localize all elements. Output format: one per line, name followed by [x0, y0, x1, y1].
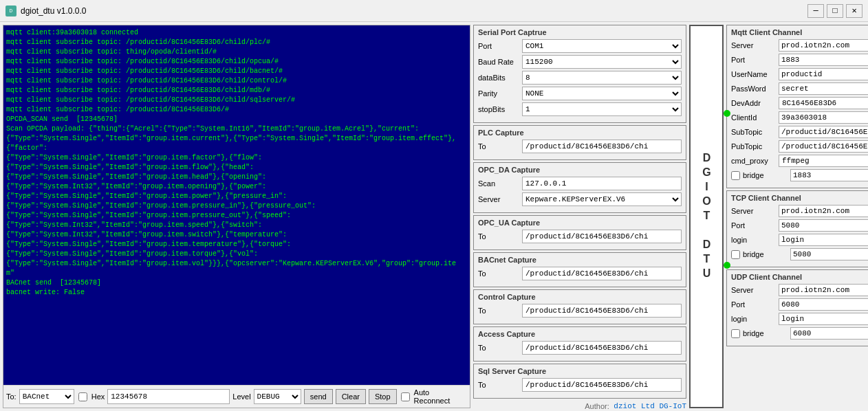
- mqtt-clientid-label: ClientId: [731, 113, 776, 122]
- plc-to-label: To: [478, 142, 519, 151]
- udp-login-row: login: [731, 313, 868, 325]
- title-bar-left: D dgiot_dtu v1.0.0.0: [6, 5, 86, 16]
- to-select[interactable]: BACnet PLC OPCDA OPC_UA Control Access S…: [19, 389, 74, 404]
- udp-port-input[interactable]: [779, 298, 868, 311]
- udp-client-title: UDP Client Channel: [731, 273, 868, 281]
- mqtt-cmdproxy-select[interactable]: ffmpeg: [779, 155, 868, 167]
- author-link2[interactable]: DG-IoT: [659, 402, 686, 410]
- control-to-label: To: [478, 307, 519, 315]
- bacnet-capture-title: BACnet Capture: [478, 256, 682, 264]
- mqtt-server-label: Server: [731, 41, 776, 49]
- to-label: To:: [6, 392, 17, 401]
- mqtt-server-input[interactable]: [779, 39, 868, 52]
- serial-port-panel: Serial Port Captrue Port COM1COM2COM3 Ba…: [473, 25, 686, 123]
- title-bar-controls: — □ ✕: [807, 4, 862, 18]
- control-to-input[interactable]: [522, 304, 682, 318]
- data-bits-label: dataBits: [478, 74, 519, 82]
- udp-bridge-checkbox[interactable]: [731, 329, 740, 338]
- dgiot-banner: DGIOT DTU: [700, 152, 713, 282]
- mqtt-pubtopic-row: PubTopic: [731, 140, 868, 153]
- mqtt-clientid-input[interactable]: [779, 111, 868, 124]
- main-content: mqtt client:39a3603018 connected mqtt cl…: [0, 22, 868, 411]
- mqtt-bridge-input[interactable]: [790, 169, 868, 181]
- sqlserver-capture-title: Sql Server Capture: [478, 367, 682, 375]
- parity-label: Parity: [478, 89, 519, 98]
- baud-rate-select[interactable]: 115200960019200: [522, 55, 682, 69]
- sqlserver-to-input[interactable]: [522, 378, 682, 392]
- author-link1[interactable]: dziot Ltd: [614, 402, 654, 410]
- hex-label: Hex: [91, 392, 105, 401]
- app-icon: D: [6, 5, 17, 16]
- mqtt-port-row: Port: [731, 54, 868, 66]
- hex-checkbox[interactable]: [78, 392, 87, 401]
- tcp-bridge-label: bridge: [743, 250, 788, 258]
- auto-reconnect-checkbox[interactable]: [401, 392, 410, 401]
- mqtt-password-row: PassWord: [731, 82, 868, 95]
- parity-select[interactable]: NONEODDEVEN: [522, 87, 682, 100]
- plc-capture-panel: PLC Capture To: [473, 125, 686, 160]
- send-button[interactable]: send: [304, 389, 333, 404]
- mqtt-username-input[interactable]: [779, 68, 868, 80]
- minimize-button[interactable]: —: [807, 4, 824, 18]
- opcda-scan-input[interactable]: [522, 177, 682, 190]
- access-capture-title: Access Capture: [478, 330, 682, 338]
- opcda-server-select[interactable]: Kepware.KEPServerEX.V6: [522, 192, 682, 206]
- tcp-bridge-checkbox[interactable]: [731, 250, 740, 259]
- mqtt-username-row: UserName: [731, 68, 868, 80]
- message-input[interactable]: [107, 389, 230, 404]
- stop-bits-select[interactable]: 12: [522, 102, 682, 116]
- udp-server-input[interactable]: [779, 284, 868, 296]
- mqtt-devaddr-select[interactable]: 8C16456E83D6: [779, 97, 868, 109]
- access-to-label: To: [478, 344, 519, 352]
- right-section: Mqtt Client Channel Server Port UserName…: [726, 25, 868, 408]
- mqtt-bridge-checkbox[interactable]: [731, 171, 740, 180]
- clear-button[interactable]: Clear: [336, 389, 366, 404]
- udp-client-panel: UDP Client Channel Server Port login bri…: [726, 269, 868, 346]
- udp-login-input[interactable]: [779, 313, 868, 325]
- tcp-bridge-row: bridge: [731, 248, 868, 260]
- mqtt-pubtopic-input[interactable]: [779, 140, 868, 153]
- access-to-input[interactable]: [522, 341, 682, 355]
- stop-button[interactable]: Stop: [369, 389, 397, 404]
- maximize-button[interactable]: □: [827, 4, 843, 18]
- opcua-to-row: To: [478, 230, 682, 243]
- tcp-login-input[interactable]: [779, 234, 868, 246]
- bacnet-to-label: To: [478, 269, 519, 278]
- mqtt-subtopic-row: SubTopic: [731, 126, 868, 138]
- console-area: mqtt client:39a3603018 connected mqtt cl…: [3, 25, 470, 408]
- baud-rate-row: Baud Rate 115200960019200: [478, 55, 682, 69]
- plc-to-input[interactable]: [522, 140, 682, 153]
- port-select[interactable]: COM1COM2COM3: [522, 39, 682, 53]
- mqtt-port-input[interactable]: [779, 54, 868, 66]
- udp-bridge-label: bridge: [743, 329, 788, 337]
- tcp-port-input[interactable]: [779, 219, 868, 232]
- port-label: Port: [478, 42, 519, 50]
- mqtt-password-input[interactable]: [779, 82, 868, 95]
- mqtt-username-label: UserName: [731, 70, 776, 78]
- author-label: Author:: [585, 402, 609, 410]
- data-bits-select[interactable]: 876: [522, 71, 682, 85]
- tcp-login-label: login: [731, 236, 776, 244]
- opcda-capture-title: OPC_DA Capture: [478, 166, 682, 174]
- udp-server-row: Server: [731, 284, 868, 296]
- access-to-row: To: [478, 341, 682, 355]
- tcp-bridge-input[interactable]: [790, 248, 868, 260]
- baud-rate-label: Baud Rate: [478, 58, 519, 66]
- sqlserver-to-row: To: [478, 378, 682, 392]
- mqtt-cmdproxy-label: cmd_proxy: [731, 157, 776, 165]
- tcp-server-input[interactable]: [779, 205, 868, 217]
- udp-bridge-input[interactable]: [790, 327, 868, 340]
- sqlserver-capture-panel: Sql Server Capture To: [473, 364, 686, 399]
- tcp-server-label: Server: [731, 207, 776, 215]
- close-button[interactable]: ✕: [846, 4, 862, 18]
- opcda-scan-row: Scan: [478, 177, 682, 190]
- tcp-client-title: TCP Client Channel: [731, 194, 868, 202]
- mqtt-client-panel: Mqtt Client Channel Server Port UserName…: [726, 25, 868, 188]
- level-select[interactable]: DEBUG INFO WARN ERROR: [254, 389, 301, 404]
- mqtt-subtopic-input[interactable]: [779, 126, 868, 138]
- tcp-client-panel: TCP Client Channel Server Port login bri…: [726, 190, 868, 267]
- access-capture-panel: Access Capture To: [473, 326, 686, 362]
- bacnet-to-input[interactable]: [522, 267, 682, 280]
- console-output[interactable]: mqtt client:39a3603018 connected mqtt cl…: [3, 25, 470, 385]
- opcua-to-input[interactable]: [522, 230, 682, 243]
